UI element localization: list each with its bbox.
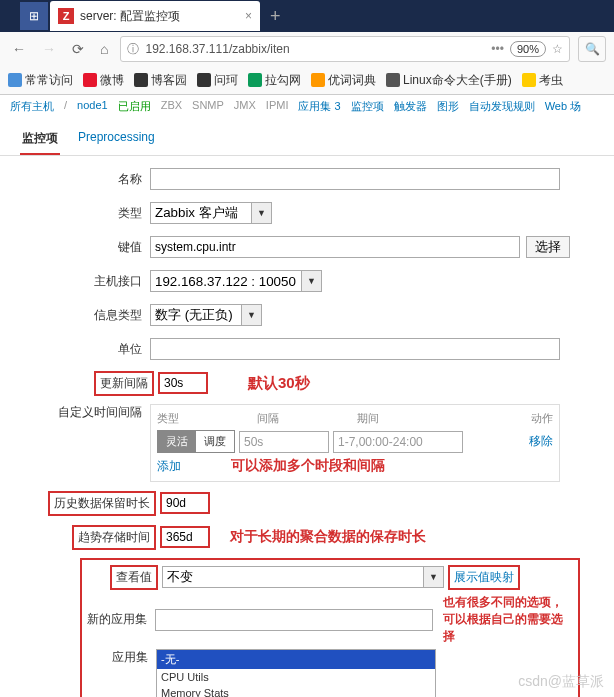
info-type-select[interactable]: ▼: [150, 304, 262, 326]
page-tabs: 监控项 Preprocessing: [0, 118, 614, 156]
name-label: 名称: [20, 171, 150, 188]
item-form: 名称 类型 ▼ 键值 选择 主机接口 ▼ 信息类型 ▼ 单位 更新间隔 默: [0, 156, 614, 697]
chevron-down-icon[interactable]: ▼: [251, 203, 271, 223]
breadcrumb-link[interactable]: node1: [77, 99, 108, 114]
add-link[interactable]: 添加: [157, 458, 181, 475]
zabbix-favicon-icon: Z: [58, 8, 74, 24]
app-option[interactable]: CPU Utils: [157, 669, 435, 685]
unit-input[interactable]: [150, 338, 560, 360]
close-icon[interactable]: ×: [245, 9, 252, 23]
custom-interval-label: 自定义时间间隔: [20, 404, 150, 421]
col-action: 动作: [497, 411, 553, 426]
browser-tab[interactable]: Z server: 配置监控项 ×: [50, 1, 260, 31]
bookmark-bar: 常常访问 微博 博客园 问珂 拉勾网 优词词典 Linux命令大全(手册) 考虫: [0, 66, 614, 94]
breadcrumb-tag: SNMP: [192, 99, 224, 114]
chevron-down-icon[interactable]: ▼: [241, 305, 261, 325]
url-input[interactable]: ⓘ 192.168.37.111/zabbix/iten ••• 90% ☆: [120, 36, 570, 62]
custom-interval-box: 类型 间隔 期间 动作 灵活 调度 移除 添加 可以添加多个时段和间隔: [150, 404, 560, 482]
url-more-icon[interactable]: •••: [491, 42, 504, 56]
app-label: 应用集: [86, 649, 156, 666]
tab-bar: ⊞ Z server: 配置监控项 × +: [0, 0, 614, 32]
unit-label: 单位: [20, 341, 150, 358]
toggle-schedule[interactable]: 调度: [196, 431, 234, 452]
type-label: 类型: [20, 205, 150, 222]
breadcrumb-link[interactable]: Web 场: [545, 99, 581, 114]
breadcrumb-tag: JMX: [234, 99, 256, 114]
bookmark-item[interactable]: Linux命令大全(手册): [386, 72, 512, 89]
annotation: 默认30秒: [248, 374, 310, 393]
breadcrumb: 所有主机 / node1 已启用 ZBX SNMP JMX IPMI 应用集 3…: [0, 95, 614, 118]
key-input[interactable]: [150, 236, 520, 258]
bookmark-item[interactable]: 问珂: [197, 72, 238, 89]
breadcrumb-link[interactable]: 触发器: [394, 99, 427, 114]
trend-input[interactable]: [160, 526, 210, 548]
bookmark-item[interactable]: 常常访问: [8, 72, 73, 89]
bookmark-star-icon[interactable]: ☆: [552, 42, 563, 56]
interface-label: 主机接口: [20, 273, 150, 290]
breadcrumb-tag: IPMI: [266, 99, 289, 114]
app-listbox[interactable]: -无- CPU Utils Memory Stats Network Inter…: [156, 649, 436, 697]
reload-button[interactable]: ⟳: [68, 39, 88, 59]
interval-value-input[interactable]: [239, 431, 329, 453]
breadcrumb-link[interactable]: 应用集 3: [298, 99, 340, 114]
home-button[interactable]: ⌂: [96, 39, 112, 59]
name-input[interactable]: [150, 168, 560, 190]
tab-title: server: 配置监控项: [80, 8, 239, 25]
new-app-input[interactable]: [155, 609, 433, 631]
annotation: 可以根据自己的需要选择: [443, 611, 574, 645]
type-select[interactable]: ▼: [150, 202, 272, 224]
value-map-link[interactable]: 展示值映射: [448, 565, 520, 590]
bookmark-item[interactable]: 优词词典: [311, 72, 376, 89]
chevron-down-icon[interactable]: ▼: [301, 271, 321, 291]
col-interval: 间隔: [257, 411, 357, 426]
interval-period-input[interactable]: [333, 431, 463, 453]
tab-item[interactable]: 监控项: [20, 124, 60, 155]
breadcrumb-link[interactable]: 自动发现规则: [469, 99, 535, 114]
update-interval-input[interactable]: [158, 372, 208, 394]
bookmark-item[interactable]: 拉勾网: [248, 72, 301, 89]
bookmark-item[interactable]: 博客园: [134, 72, 187, 89]
col-period: 期间: [357, 411, 497, 426]
remove-link[interactable]: 移除: [529, 433, 553, 450]
info-type-label: 信息类型: [20, 307, 150, 324]
toggle-flexible[interactable]: 灵活: [158, 431, 196, 452]
url-text: 192.168.37.111/zabbix/iten: [145, 42, 485, 56]
interval-type-toggle[interactable]: 灵活 调度: [157, 430, 235, 453]
annotation: 对于长期的聚合数据的保存时长: [230, 528, 426, 546]
search-button[interactable]: 🔍: [578, 36, 606, 62]
interface-select[interactable]: ▼: [150, 270, 322, 292]
breadcrumb-link[interactable]: 所有主机: [10, 99, 54, 114]
history-label: 历史数据保留时长: [48, 491, 156, 516]
address-bar: ← → ⟳ ⌂ ⓘ 192.168.37.111/zabbix/iten •••…: [0, 32, 614, 66]
history-input[interactable]: [160, 492, 210, 514]
back-button[interactable]: ←: [8, 39, 30, 59]
annotation: 也有很多不同的选项，: [443, 594, 574, 611]
key-label: 键值: [20, 239, 150, 256]
key-select-button[interactable]: 选择: [526, 236, 570, 258]
zoom-badge[interactable]: 90%: [510, 41, 546, 57]
update-interval-label: 更新间隔: [94, 371, 154, 396]
show-value-label: 查看值: [110, 565, 158, 590]
trend-label: 趋势存储时间: [72, 525, 156, 550]
new-app-label: 新的应用集: [86, 611, 155, 628]
new-tab-button[interactable]: +: [260, 6, 291, 27]
chevron-down-icon[interactable]: ▼: [423, 567, 443, 587]
tab-preprocessing[interactable]: Preprocessing: [76, 124, 157, 155]
breadcrumb-tag: ZBX: [161, 99, 182, 114]
annotation: 可以添加多个时段和间隔: [231, 457, 385, 475]
bookmark-item[interactable]: 考虫: [522, 72, 563, 89]
browser-logo-icon: ⊞: [20, 2, 48, 30]
app-option[interactable]: -无-: [157, 650, 435, 669]
browser-chrome: ⊞ Z server: 配置监控项 × + ← → ⟳ ⌂ ⓘ 192.168.…: [0, 0, 614, 95]
breadcrumb-link[interactable]: 监控项: [351, 99, 384, 114]
breadcrumb-status: 已启用: [118, 99, 151, 114]
col-type: 类型: [157, 411, 257, 426]
forward-button[interactable]: →: [38, 39, 60, 59]
app-option[interactable]: Memory Stats: [157, 685, 435, 697]
show-value-select[interactable]: ▼: [162, 566, 444, 588]
bookmark-item[interactable]: 微博: [83, 72, 124, 89]
breadcrumb-link[interactable]: 图形: [437, 99, 459, 114]
info-icon[interactable]: ⓘ: [127, 41, 139, 58]
